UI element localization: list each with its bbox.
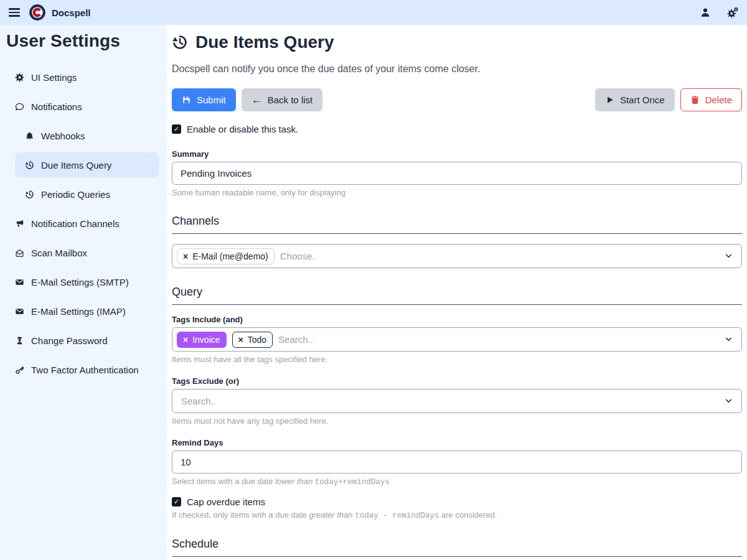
tags-include-helper: Items must have all the tags specified h… (172, 355, 742, 364)
summary-input[interactable] (172, 162, 742, 185)
close-icon[interactable]: × (183, 335, 188, 344)
sidebar-item-label: Webhooks (41, 131, 85, 141)
summary-field: Summary Some human readable name, only f… (172, 149, 742, 197)
envelope-icon (15, 307, 24, 316)
tag-chip-invoice: × Invoice (177, 332, 227, 348)
channels-heading: Channels (172, 215, 742, 234)
sidebar-item-label: Notification Channels (31, 218, 120, 229)
sidebar-item-label: Two Factor Authentication (31, 365, 139, 375)
envelope-icon (15, 278, 24, 287)
sidebar-item-label: UI Settings (31, 72, 77, 83)
channels-select[interactable]: × E-Mail (me@demo) Choose. (172, 244, 742, 268)
tags-include-field: Tags Include (and) × Invoice × Todo Sear… (172, 315, 742, 364)
schedule-heading: Schedule (172, 538, 742, 557)
sidebar-item-label: E-Mail Settings (SMTP) (31, 277, 129, 287)
sidebar-item-label: Scan Mailbox (31, 248, 87, 258)
query-heading: Query (172, 286, 742, 305)
start-once-button[interactable]: Start Once (595, 88, 675, 111)
enable-task-label: Enable or disable this task. (187, 124, 298, 134)
top-navbar: Docspell (0, 0, 747, 25)
history-icon (25, 190, 34, 199)
tags-exclude-field: Tags Exclude (or) Search.. Items must no… (172, 376, 742, 426)
arrow-left-icon: ← (251, 95, 262, 105)
summary-helper: Some human readable name, only for displ… (172, 188, 742, 197)
sidebar-item-email-smtp[interactable]: E-Mail Settings (SMTP) (0, 269, 159, 294)
back-to-list-button[interactable]: ← Back to list (242, 88, 323, 111)
app-title: Docspell (52, 7, 91, 18)
checkbox-checked[interactable]: ✓ (172, 124, 181, 134)
enable-task-checkbox-row[interactable]: ✓ Enable or disable this task. (172, 124, 742, 134)
sidebar-item-email-imap[interactable]: E-Mail Settings (IMAP) (0, 299, 159, 324)
tags-include-placeholder: Search.. (278, 334, 313, 345)
envelope-open-icon (15, 248, 24, 258)
cap-overdue-label: Cap overdue items (187, 497, 265, 507)
user-icon[interactable] (700, 7, 711, 18)
summary-label: Summary (172, 149, 742, 159)
tag-chip-todo: × Todo (232, 332, 273, 348)
play-icon (605, 95, 614, 105)
main-content: Due Items Query Docspell can notify you … (167, 25, 747, 560)
app-brand[interactable]: Docspell (29, 4, 91, 21)
remind-days-input[interactable] (172, 450, 742, 474)
docspell-logo-icon (29, 4, 46, 21)
remind-days-label: Remind Days (172, 438, 742, 447)
sidebar-item-ui-settings[interactable]: UI Settings (0, 65, 159, 90)
bell-icon (25, 131, 34, 141)
close-icon[interactable]: × (183, 252, 188, 261)
comment-icon (15, 102, 24, 111)
sidebar-item-notifications[interactable]: Notifications (0, 94, 159, 119)
check-icon: ✓ (174, 498, 179, 506)
submit-button[interactable]: Submit (172, 88, 236, 111)
sidebar-item-label: Change Password (31, 335, 108, 346)
channel-chip: × E-Mail (me@demo) (177, 248, 275, 264)
sidebar-item-two-factor[interactable]: Two Factor Authentication (0, 357, 159, 382)
sidebar: User Settings UI Settings Notifications … (0, 25, 167, 560)
checkbox-checked[interactable]: ✓ (172, 497, 181, 506)
tags-exclude-placeholder: Search.. (177, 396, 216, 406)
tags-include-select[interactable]: × Invoice × Todo Search.. (172, 327, 742, 352)
tags-exclude-label: Tags Exclude (or) (172, 376, 742, 386)
menu-icon[interactable] (9, 8, 20, 17)
page-description: Docspell can notify you once the due dat… (172, 63, 742, 75)
key-icon (15, 365, 24, 375)
sidebar-item-change-password[interactable]: Change Password (0, 328, 159, 353)
user-secret-icon (15, 336, 24, 345)
sidebar-item-webhooks[interactable]: Webhooks (15, 123, 159, 148)
chevron-down-icon[interactable] (725, 335, 733, 343)
gear-icon (15, 73, 24, 82)
remind-days-helper: Select items with a due date lower than … (172, 477, 742, 487)
tags-exclude-select[interactable]: Search.. (172, 389, 742, 413)
history-icon (25, 161, 34, 170)
sidebar-item-scan-mailbox[interactable]: Scan Mailbox (0, 240, 159, 265)
sidebar-item-label: Periodic Queries (41, 189, 110, 200)
sidebar-item-periodic-queries[interactable]: Periodic Queries (15, 182, 159, 207)
sidebar-item-label: Due Items Query (41, 160, 111, 170)
sidebar-title: User Settings (0, 30, 167, 51)
trash-icon (690, 95, 700, 105)
cap-overdue-helper: If checked, only items with a due date g… (172, 510, 742, 520)
cogs-icon[interactable] (727, 7, 738, 18)
sidebar-item-label: Notifications (31, 101, 82, 112)
tags-include-label: Tags Include (and) (172, 315, 742, 324)
channels-placeholder: Choose. (280, 251, 315, 261)
delete-button[interactable]: Delete (680, 88, 742, 111)
page-title: Due Items Query (172, 32, 742, 52)
sidebar-item-due-items-query[interactable]: Due Items Query (15, 152, 159, 177)
save-icon (182, 95, 191, 105)
close-icon[interactable]: × (238, 335, 243, 344)
sidebar-item-notification-channels[interactable]: Notification Channels (0, 211, 159, 236)
history-icon (172, 34, 188, 50)
remind-days-field: Remind Days Select items with a due date… (172, 438, 742, 487)
check-icon: ✓ (174, 125, 179, 133)
chevron-down-icon[interactable] (725, 252, 733, 260)
cap-overdue-checkbox-row[interactable]: ✓ Cap overdue items (172, 497, 742, 507)
tags-exclude-helper: Items must not have any tag specified he… (172, 416, 742, 426)
bullhorn-icon (15, 219, 24, 228)
chevron-down-icon[interactable] (725, 397, 733, 405)
sidebar-item-label: E-Mail Settings (IMAP) (31, 306, 126, 317)
